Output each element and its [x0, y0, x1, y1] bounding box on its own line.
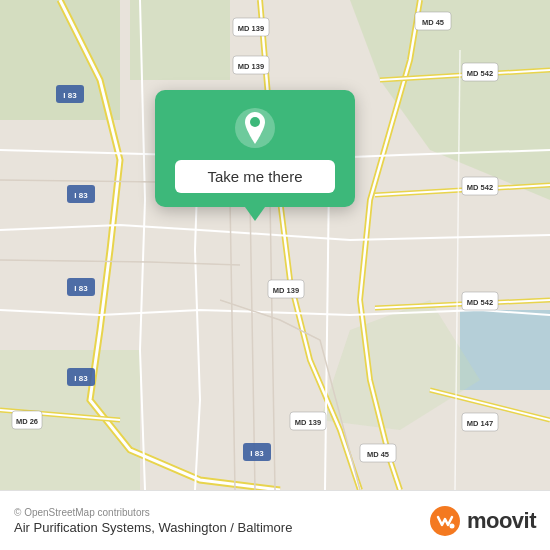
svg-text:I 83: I 83	[74, 284, 88, 293]
svg-rect-2	[130, 0, 230, 80]
osm-credit: © OpenStreetMap contributors	[14, 507, 292, 518]
svg-point-40	[250, 117, 260, 127]
svg-text:MD 542: MD 542	[467, 183, 493, 192]
svg-text:I 83: I 83	[74, 374, 88, 383]
moovit-logo: moovit	[429, 505, 536, 537]
moovit-brand-icon	[429, 505, 461, 537]
svg-text:I 83: I 83	[63, 91, 77, 100]
svg-text:MD 45: MD 45	[367, 450, 389, 459]
popup-card: Take me there	[155, 90, 355, 207]
location-pin-icon	[233, 106, 277, 150]
map-svg: I 83 I 83 I 83 I 83 I 83 MD 139 MD 139 M…	[0, 0, 550, 490]
svg-text:MD 45: MD 45	[422, 18, 444, 27]
svg-text:I 83: I 83	[250, 449, 264, 458]
svg-text:MD 542: MD 542	[467, 69, 493, 78]
take-me-there-button[interactable]: Take me there	[175, 160, 335, 193]
svg-text:MD 26: MD 26	[16, 417, 38, 426]
svg-text:MD 139: MD 139	[295, 418, 321, 427]
map-container: I 83 I 83 I 83 I 83 I 83 MD 139 MD 139 M…	[0, 0, 550, 490]
location-name: Air Purification Systems, Washington / B…	[14, 520, 292, 535]
svg-point-42	[449, 523, 454, 528]
svg-text:MD 542: MD 542	[467, 298, 493, 307]
svg-text:MD 139: MD 139	[238, 24, 264, 33]
svg-text:I 83: I 83	[74, 191, 88, 200]
svg-text:MD 147: MD 147	[467, 419, 493, 428]
moovit-text: moovit	[467, 508, 536, 534]
svg-text:MD 139: MD 139	[238, 62, 264, 71]
footer-left: © OpenStreetMap contributors Air Purific…	[14, 507, 292, 535]
footer: © OpenStreetMap contributors Air Purific…	[0, 490, 550, 550]
svg-text:MD 139: MD 139	[273, 286, 299, 295]
